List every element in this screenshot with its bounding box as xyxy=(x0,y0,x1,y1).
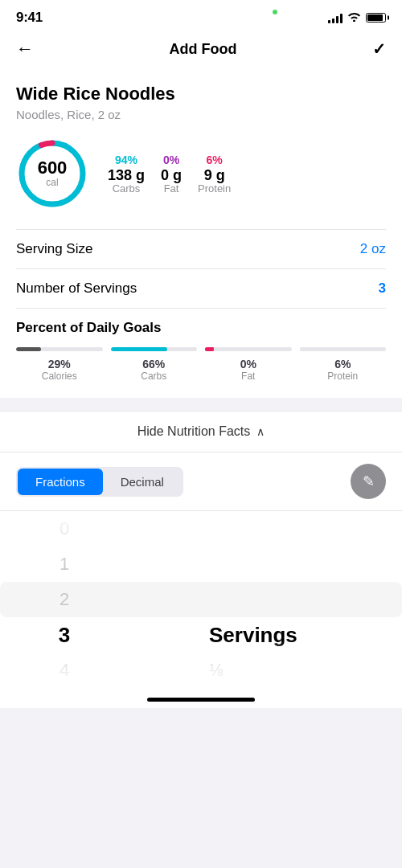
carbs-amount: 138 g xyxy=(108,168,145,182)
protein-progress xyxy=(300,347,387,351)
hide-nutrition-label: Hide Nutrition Facts xyxy=(137,424,251,439)
num-servings-label: Number of Servings xyxy=(16,280,137,297)
pencil-icon: ✎ xyxy=(363,473,375,490)
hide-nutrition-button[interactable]: Hide Nutrition Facts ∧ xyxy=(0,411,402,452)
nutrition-stats: 94% 138 g Carbs 0% 0 g Fat 6% 9 g Protei… xyxy=(108,154,386,194)
back-button[interactable]: ← xyxy=(16,39,34,59)
picker-left-0[interactable]: 0 xyxy=(0,511,129,547)
protein-label-group: 6% Protein xyxy=(300,358,387,382)
wifi-icon xyxy=(347,11,361,24)
progress-bars xyxy=(16,347,386,351)
protein-label: Protein xyxy=(198,182,231,194)
fat-amount: 0 g xyxy=(161,168,182,182)
calorie-center: 600 cal xyxy=(38,159,68,188)
fat-label: Fat xyxy=(164,182,179,194)
picker-left-2[interactable]: 2 xyxy=(0,582,129,617)
serving-size-row[interactable]: Serving Size 2 oz xyxy=(16,229,386,268)
protein-name: Protein xyxy=(300,371,387,382)
fat-name: Fat xyxy=(205,371,292,382)
status-icons xyxy=(328,11,386,24)
protein-stat: 6% 9 g Protein xyxy=(198,154,231,194)
protein-fill xyxy=(300,347,305,351)
toggle-group: Fractions Decimal xyxy=(16,467,183,497)
food-name: Wide Rice Noodles xyxy=(16,84,386,104)
carbs-percent: 94% xyxy=(115,154,137,166)
carbs-progress xyxy=(111,347,198,351)
picker-left-1[interactable]: 1 xyxy=(0,547,129,582)
home-indicator xyxy=(0,688,402,708)
goals-title: Percent of Daily Goals xyxy=(16,320,386,336)
dot-indicator xyxy=(273,10,277,14)
toggle-section: Fractions Decimal ✎ xyxy=(0,452,402,510)
status-bar: 9:41 xyxy=(0,0,402,31)
nav-bar: ← Add Food ✓ xyxy=(0,31,402,71)
calories-pct: 29% xyxy=(16,358,103,371)
picker-right-col[interactable]: Servings ⅛ ¼ ⅓ xyxy=(177,511,402,688)
chevron-up-icon: ∧ xyxy=(256,425,265,438)
fat-label-group: 0% Fat xyxy=(205,358,292,382)
picker-right-eighth[interactable]: ⅛ xyxy=(177,653,402,688)
calories-fill xyxy=(16,347,41,351)
home-bar xyxy=(147,698,255,702)
battery-icon xyxy=(366,13,386,23)
fat-dot xyxy=(205,347,214,351)
serving-size-value: 2 oz xyxy=(360,241,386,257)
carbs-name: Carbs xyxy=(111,371,198,382)
protein-pct: 6% xyxy=(300,358,387,371)
check-button[interactable]: ✓ xyxy=(372,39,386,59)
fractions-toggle[interactable]: Fractions xyxy=(18,469,103,495)
food-detail: Noodles, Rice, 2 oz xyxy=(16,108,386,121)
fat-percent: 0% xyxy=(163,154,179,166)
num-servings-row[interactable]: Number of Servings 3 xyxy=(16,268,386,308)
protein-percent: 6% xyxy=(207,154,223,166)
num-servings-value: 3 xyxy=(379,280,386,297)
calorie-value: 600 xyxy=(38,159,68,177)
picker-section[interactable]: 0 1 2 3 4 5 6 Servings ⅛ ¼ ⅓ xyxy=(0,510,402,688)
page-title: Add Food xyxy=(170,41,237,58)
decimal-toggle[interactable]: Decimal xyxy=(103,469,182,495)
calories-name: Calories xyxy=(16,371,103,382)
carbs-label-group: 66% Carbs xyxy=(111,358,198,382)
picker-left-3[interactable]: 3 xyxy=(0,617,129,653)
protein-amount: 9 g xyxy=(204,168,225,182)
nutrition-row: 600 cal 94% 138 g Carbs 0% 0 g Fat 6% 9 … xyxy=(16,137,386,210)
fat-pct: 0% xyxy=(205,358,292,371)
carbs-stat: 94% 138 g Carbs xyxy=(108,154,145,194)
status-time: 9:41 xyxy=(16,10,43,26)
calories-label-group: 29% Calories xyxy=(16,358,103,382)
calorie-label: cal xyxy=(38,177,68,188)
carbs-fill xyxy=(111,347,168,351)
carbs-label: Carbs xyxy=(113,182,141,194)
calories-progress xyxy=(16,347,103,351)
fat-stat: 0% 0 g Fat xyxy=(161,154,182,194)
picker-inner[interactable]: 0 1 2 3 4 5 6 Servings ⅛ ¼ ⅓ xyxy=(0,511,402,688)
main-content: Wide Rice Noodles Noodles, Rice, 2 oz 60… xyxy=(0,71,402,398)
serving-size-label: Serving Size xyxy=(16,241,92,257)
daily-goals-section: Percent of Daily Goals xyxy=(16,308,386,398)
fat-progress xyxy=(205,347,292,351)
signal-bars-icon xyxy=(328,12,343,23)
carbs-pct: 66% xyxy=(111,358,198,371)
picker-left-4[interactable]: 4 xyxy=(0,653,129,688)
hide-nutrition-section: Hide Nutrition Facts ∧ xyxy=(0,411,402,452)
calorie-donut: 600 cal xyxy=(16,137,88,210)
edit-button[interactable]: ✎ xyxy=(351,464,386,499)
picker-left-col[interactable]: 0 1 2 3 4 5 6 xyxy=(0,511,129,688)
progress-labels: 29% Calories 66% Carbs 0% Fat 6% Protein xyxy=(16,358,386,382)
picker-right-servings[interactable]: Servings xyxy=(177,617,402,653)
